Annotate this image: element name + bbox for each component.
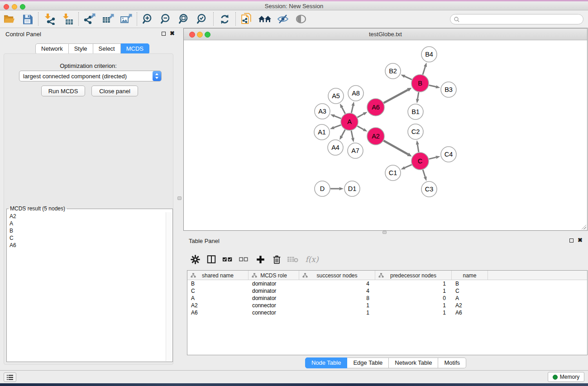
edge-arrowhead (330, 126, 335, 129)
panel-splitter-vertical[interactable] (177, 28, 183, 370)
graph-edge-A-A5[interactable] (342, 107, 345, 114)
table-row[interactable]: Cdominator41C (187, 287, 587, 295)
task-history-button[interactable] (4, 372, 16, 382)
tab-mcds[interactable]: MCDS (121, 43, 149, 54)
houses-button[interactable] (256, 11, 274, 27)
main-toolbar (0, 10, 588, 28)
graph-node-label: A2 (372, 133, 380, 140)
panel-splitter-horizontal[interactable] (183, 231, 588, 235)
graph-node-label: D (320, 185, 325, 192)
splitter-grip[interactable] (382, 231, 387, 234)
import-table-button[interactable] (58, 11, 76, 27)
close-panel-icon[interactable]: ✖ (578, 237, 583, 244)
export-network-button[interactable] (81, 11, 99, 27)
refresh-button[interactable] (215, 11, 234, 27)
graph-edge-A6-B[interactable] (384, 90, 408, 103)
graph-edge-A-A3[interactable] (335, 116, 341, 119)
optimization-criterion-dropdown[interactable]: largest connected component (directed) (19, 71, 162, 81)
graph-edge-C-C2[interactable] (417, 144, 419, 152)
column-header-MCDS-role[interactable]: MCDS role (249, 271, 299, 280)
export-table-button[interactable] (99, 11, 117, 27)
toolbar-separator (235, 12, 236, 26)
zoom-fit-button[interactable] (175, 11, 193, 27)
graph-edge-A-A6[interactable] (358, 114, 364, 118)
column-header-name[interactable]: name (452, 271, 488, 280)
tab-edge-table[interactable]: Edge Table (347, 357, 389, 368)
graph-edge-A2-C[interactable] (383, 141, 408, 154)
tab-style[interactable]: Style (69, 43, 93, 54)
open-session-button[interactable] (0, 11, 18, 27)
table-panel: Table Panel ✖ (183, 235, 588, 370)
export-network-icon (84, 13, 96, 25)
column-header-successor-nodes[interactable]: successor nodes (299, 271, 375, 280)
show-column-panel-button[interactable] (203, 252, 220, 267)
table-cell: dominator (249, 295, 299, 302)
graph-edge-B-B2[interactable] (405, 76, 412, 80)
save-icon (22, 14, 33, 24)
column-header-label: MCDS role (260, 272, 287, 279)
graph-edge-A-A7[interactable] (351, 131, 353, 138)
splitter-grip[interactable] (177, 196, 182, 200)
hide-details-button[interactable] (274, 11, 292, 27)
delete-table-button-disabled[interactable] (285, 252, 301, 267)
close-panel-button[interactable]: Close panel (91, 86, 138, 96)
graph-edge-B-B1[interactable] (417, 92, 418, 99)
function-builder-button-disabled[interactable]: f(x) (301, 252, 323, 267)
search-input[interactable] (460, 15, 583, 24)
edge-arrowhead (339, 135, 343, 140)
tab-network[interactable]: Network (35, 43, 69, 54)
select-all-columns-button[interactable] (220, 252, 236, 267)
graph-node-label: C (418, 157, 422, 165)
table-cell: dominator (249, 280, 299, 287)
table-cell: C (187, 287, 249, 295)
float-panel-icon[interactable] (162, 32, 166, 36)
graph-edge-C-C4[interactable] (429, 157, 436, 159)
graph-edge-A-A4[interactable] (342, 130, 345, 136)
table-row[interactable]: A2connector11A2 (187, 302, 587, 309)
graph-edge-B-B4[interactable] (423, 67, 425, 75)
new-network-from-selection-button[interactable] (238, 11, 256, 27)
graph-edge-C-C1[interactable] (405, 165, 411, 168)
table-cell: A6 (452, 309, 488, 316)
result-scrollbar[interactable] (166, 212, 172, 361)
search-field[interactable] (450, 14, 583, 24)
table-row[interactable]: A6connector11A6 (187, 309, 587, 316)
app-window: Session: New Session (0, 0, 588, 386)
tab-motifs[interactable]: Motifs (438, 357, 466, 368)
tab-select[interactable]: Select (93, 43, 121, 54)
zoom-out-button[interactable] (157, 11, 175, 27)
import-network-icon (43, 13, 55, 25)
delete-column-button[interactable] (268, 252, 285, 267)
show-details-button[interactable] (292, 11, 310, 27)
empty-boxes-icon (239, 255, 249, 263)
unselect-all-columns-button[interactable] (236, 252, 252, 267)
graph-edge-A-A1[interactable] (334, 125, 341, 128)
import-network-button[interactable] (40, 11, 58, 27)
network-window-titlebar[interactable]: testGlobe.txt (184, 29, 587, 40)
create-column-button[interactable] (252, 252, 268, 267)
tab-node-table[interactable]: Node Table (305, 357, 348, 368)
table-panel-header: Table Panel ✖ (183, 235, 588, 247)
column-header-predecessor-nodes[interactable]: predecessor nodes (375, 271, 452, 280)
tab-network-table[interactable]: Network Table (389, 357, 438, 368)
export-image-button[interactable] (117, 11, 135, 27)
close-panel-icon[interactable]: ✖ (170, 30, 175, 37)
table-settings-button[interactable] (187, 252, 203, 267)
edge-arrowhead (363, 128, 368, 132)
list-icon (7, 375, 13, 380)
toolbar-separator (137, 12, 137, 26)
graph-edge-C-C3[interactable] (423, 170, 425, 177)
zoom-selected-button[interactable] (193, 11, 211, 27)
run-mcds-button[interactable]: Run MCDS (41, 86, 85, 96)
graph-edge-A-A8[interactable] (351, 106, 353, 113)
table-row[interactable]: Adominator80A (187, 295, 587, 302)
table-row[interactable]: Bdominator41B (187, 280, 587, 287)
zoom-in-button[interactable] (139, 11, 157, 27)
network-canvas[interactable]: B4B2BB3A5A8A6A3B1AA1C2A2A4A7C4CC1DD1C3 (184, 40, 587, 230)
graph-edge-A-A2[interactable] (358, 126, 364, 130)
memory-button[interactable]: Memory (548, 372, 584, 382)
graph-edge-B-B3[interactable] (429, 85, 436, 86)
float-panel-icon[interactable] (569, 238, 574, 243)
save-session-button[interactable] (18, 11, 36, 27)
column-header-shared-name[interactable]: shared name (187, 271, 249, 280)
